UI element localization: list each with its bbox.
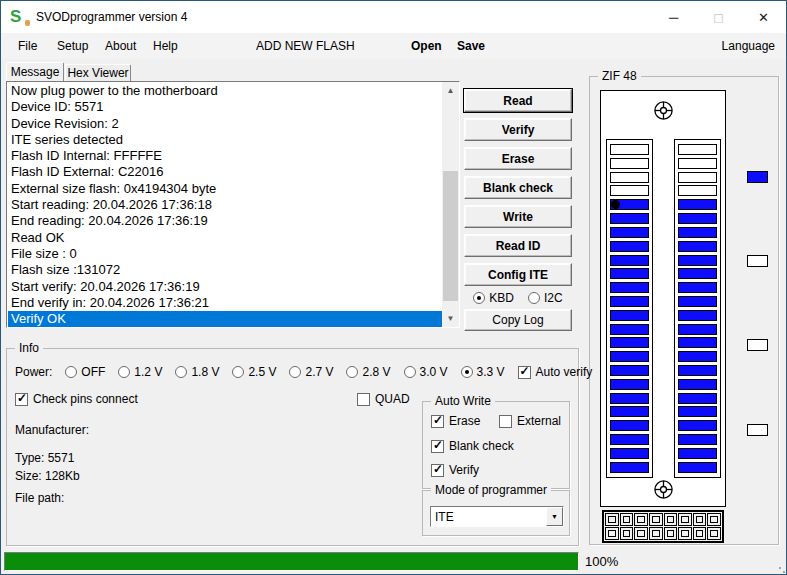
power-radio-2.8v[interactable]: 2.8 V [346,365,390,379]
scroll-up-icon[interactable]: ▲ [442,82,459,99]
radio-label: OFF [81,365,105,379]
menu-help[interactable]: Help [153,39,178,53]
connector-pin [620,527,634,540]
close-button[interactable]: ✕ [741,1,786,33]
connector-pin [678,527,692,540]
verify-checkbox[interactable]: Verify [431,463,479,477]
verify-label: Verify [449,463,479,477]
log-line[interactable]: Start verify: 20.04.2026 17:36:19 [8,279,442,295]
power-radio-3.3v[interactable]: 3.3 V [461,365,505,379]
pin-column [674,139,721,478]
log-line[interactable]: Start reading: 20.04.2026 17:36:18 [8,197,442,213]
mode-combobox[interactable]: ITE ▼ [430,506,564,527]
erase-checkbox[interactable]: Erase [431,414,480,428]
connector-pin-inner [696,530,704,537]
power-radio-2.7v[interactable]: 2.7 V [289,365,333,379]
radio-icon [528,292,540,304]
log-line[interactable]: File size : 0 [8,246,442,262]
pin-slot [610,241,649,252]
action-button-config-ite[interactable]: Config ITE [464,263,572,286]
connector-pin [693,527,707,540]
progress-bar-fill [5,553,578,570]
resize-grip-icon[interactable] [771,559,781,569]
action-button-verify[interactable]: Verify [464,118,572,141]
log-scrollbar[interactable]: ▲ ▼ [442,82,459,327]
action-button-read-id[interactable]: Read ID [464,234,572,257]
zif-legend [747,77,769,544]
menu-add-new-flash[interactable]: ADD NEW FLASH [256,39,355,53]
menu-language[interactable]: Language [722,39,775,53]
auto-verify-checkbox[interactable]: Auto verify [518,365,593,379]
window-controls: ─ ◻ ✕ [651,1,786,33]
pin-slot [678,365,717,376]
connector-pin-inner [710,516,718,523]
tab-message[interactable]: Message [6,62,64,81]
log-line[interactable]: Device ID: 5571 [8,99,442,115]
screw-icon-top [653,100,674,121]
app-window: S SVODprogrammer version 4 ─ ◻ ✕ File Se… [0,0,787,575]
pin-slot [610,324,649,335]
app-icon: S [10,8,28,26]
menu-save[interactable]: Save [457,39,485,53]
log-line[interactable]: End verify in: 20.04.2026 17:36:21 [8,295,442,311]
check-pins-connect-checkbox[interactable]: Check pins connect [15,392,138,406]
action-button-blank-check[interactable]: Blank check [464,176,572,199]
maximize-button[interactable]: ◻ [696,1,741,33]
menu-open[interactable]: Open [411,39,442,53]
connector-pin [634,527,648,540]
log-line[interactable]: Verify OK [8,311,442,327]
pin-slot [678,158,717,169]
action-button-write[interactable]: Write [464,205,572,228]
pin-slot [610,337,649,348]
blank-check-checkbox[interactable]: Blank check [431,439,514,453]
minimize-button[interactable]: ─ [651,1,696,33]
log-line[interactable]: Read OK [8,230,442,246]
quad-checkbox[interactable]: QUAD [357,392,410,406]
tab-hex-viewer[interactable]: Hex Viewer [65,64,131,81]
connector-pin [605,527,619,540]
log-line[interactable]: External size flash: 0x4194304 byte [8,181,442,197]
chevron-down-icon[interactable]: ▼ [546,507,563,526]
pin-slot [610,393,649,404]
external-checkbox[interactable]: External [499,414,561,428]
scrollbar-thumb[interactable] [443,171,458,301]
log-line[interactable]: Flash ID Internal: FFFFFE [8,148,442,164]
copy-log-button[interactable]: Copy Log [464,309,572,331]
pin-slot [678,448,717,459]
log-line[interactable]: Flash ID External: C22016 [8,164,442,180]
log-line[interactable]: Now plug power to the motherboard [8,83,442,99]
interface-radio-i2c[interactable]: I2C [528,291,563,305]
pin-slot [678,406,717,417]
app-icon-letter: S [10,7,21,26]
message-log-panel[interactable]: Now plug power to the motherboardDevice … [6,81,460,328]
menu-file[interactable]: File [18,39,37,53]
power-radio-off[interactable]: OFF [65,365,105,379]
action-button-erase[interactable]: Erase [464,147,572,170]
action-button-read[interactable]: Read [464,89,572,112]
interface-radio-kbd[interactable]: KBD [473,291,514,305]
pin-slot [610,213,649,224]
connector-pin-inner [637,530,645,537]
menu-about[interactable]: About [105,39,136,53]
quad-label: QUAD [375,392,410,406]
log-line[interactable]: Device Revision: 2 [8,116,442,132]
power-radio-2.5v[interactable]: 2.5 V [232,365,276,379]
zif-status-rect [747,171,768,183]
log-line[interactable]: End reading: 20.04.2026 17:36:19 [8,213,442,229]
log-line[interactable]: ITE series detected [8,132,442,148]
power-radio-3.0v[interactable]: 3.0 V [404,365,448,379]
radio-label: I2C [544,291,563,305]
power-radio-1.8v[interactable]: 1.8 V [175,365,219,379]
power-radio-1.2v[interactable]: 1.2 V [118,365,162,379]
radio-label: 3.3 V [477,365,505,379]
pin-slot [610,144,649,155]
size-label: Size: 128Kb [15,469,80,483]
radio-label: 1.8 V [191,365,219,379]
menu-setup[interactable]: Setup [57,39,88,53]
scroll-down-icon[interactable]: ▼ [442,310,459,327]
pin-slot [678,420,717,431]
pin-slot [610,268,649,279]
pin-slot [610,310,649,321]
radio-icon [118,366,130,378]
log-line[interactable]: Flash size :131072 [8,262,442,278]
